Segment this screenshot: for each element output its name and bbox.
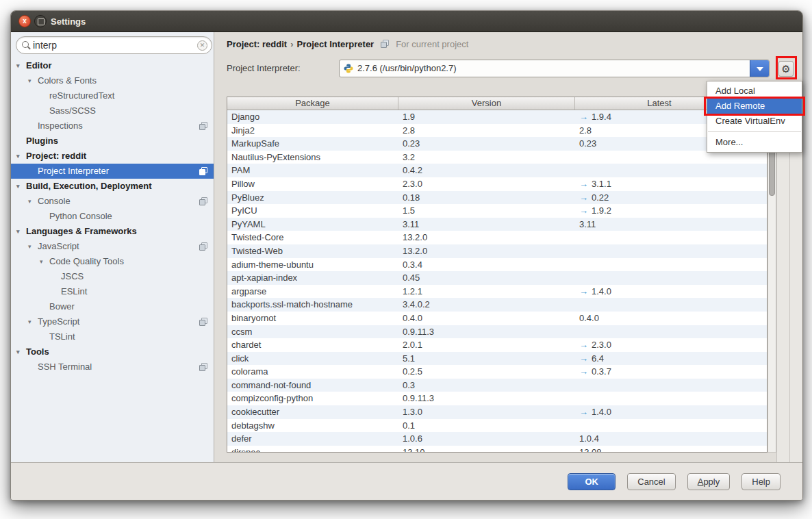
triangle-down-icon[interactable]: ▾ (16, 224, 26, 239)
table-row-twisted-core[interactable]: Twisted-Core13.2.0 (227, 231, 767, 244)
dialog-body: ✕ ▾Editor▾Colors & FontsreStructuredText… (11, 32, 802, 462)
sidebar-item-jscs[interactable]: JSCS (11, 269, 214, 284)
sidebar-item-label: ESLint (61, 284, 87, 299)
table-row-nautilus-pyextensions[interactable]: Nautilus-PyExtensions3.2 (227, 151, 767, 164)
sidebar-item-sass-scss[interactable]: Sass/SCSS (11, 103, 214, 118)
sidebar-item-console[interactable]: ▾Console (11, 194, 214, 209)
upgrade-arrow-icon: → (579, 366, 588, 377)
table-row-command-not-found[interactable]: command-not-found0.3 (227, 379, 767, 392)
table-row-chardet[interactable]: chardet2.0.1→2.3.0 (227, 338, 767, 352)
search-input[interactable] (33, 38, 197, 53)
table-row-pam[interactable]: PAM0.4.2 (227, 164, 767, 177)
table-row-binaryornot[interactable]: binaryornot0.4.00.4.0 (227, 312, 767, 325)
shared-settings-icon (199, 122, 207, 130)
table-row-click[interactable]: click5.1→6.4 (227, 352, 767, 366)
table-row-ccsm[interactable]: ccsm0.9.11.3 (227, 325, 767, 339)
sidebar-item-typescript[interactable]: ▾TypeScript (11, 314, 214, 329)
table-row-pyicu[interactable]: PyICU1.5→1.9.2 (227, 204, 767, 218)
package-cell: chardet (227, 338, 398, 352)
table-row-defer[interactable]: defer1.0.61.0.4 (227, 432, 767, 446)
version-cell: 5.1 (398, 352, 575, 366)
triangle-down-icon[interactable]: ▾ (16, 179, 26, 194)
sidebar-item-editor[interactable]: ▾Editor (11, 58, 214, 73)
package-cell: Pillow (227, 177, 398, 191)
sidebar-item-tslint[interactable]: TSLint (11, 329, 214, 344)
sidebar-item-python-console[interactable]: Python Console (11, 209, 214, 224)
table-row-apt-xapian-index[interactable]: apt-xapian-index0.45 (227, 271, 767, 285)
table-row-compizconfig-python[interactable]: compizconfig-python0.9.11.3 (227, 392, 767, 405)
package-cell: PyBluez (227, 191, 398, 205)
table-row-jinja2[interactable]: Jinja22.82.8 (227, 124, 767, 138)
package-cell: debtagshw (227, 419, 398, 433)
triangle-down-icon[interactable]: ▾ (40, 254, 49, 269)
menu-item-create-virtualenv[interactable]: Create VirtualEnv (707, 114, 802, 129)
extra-cell (744, 379, 767, 392)
apply-button[interactable]: Apply (687, 473, 731, 490)
extra-cell (744, 218, 767, 231)
interpreter-select[interactable]: 2.7.6 (/usr/bin/python2.7) (339, 60, 770, 77)
sidebar-item-restructuredtext[interactable]: reStructuredText (11, 88, 214, 103)
sidebar-item-javascript[interactable]: ▾JavaScript (11, 239, 214, 254)
sidebar-item-label: Sass/SCSS (49, 103, 96, 118)
version-cell: 0.18 (398, 191, 575, 205)
sidebar-item-tools[interactable]: ▾Tools (11, 344, 214, 359)
table-row-django[interactable]: Django1.9→1.9.4 (227, 110, 767, 124)
shared-settings-icon (199, 318, 207, 326)
triangle-down-icon[interactable]: ▾ (28, 314, 38, 329)
column-header-package[interactable]: Package (227, 97, 398, 110)
table-scrollbar[interactable] (767, 110, 776, 453)
triangle-down-icon[interactable]: ▾ (16, 58, 26, 73)
sidebar-item-build-execution-deployment[interactable]: ▾Build, Execution, Deployment (11, 179, 214, 194)
table-row-twisted-web[interactable]: Twisted-Web13.2.0 (227, 244, 767, 258)
triangle-down-icon[interactable]: ▾ (28, 194, 38, 209)
help-button[interactable]: Help (741, 473, 781, 490)
package-cell: Twisted-Web (227, 244, 398, 258)
triangle-down-icon[interactable]: ▾ (28, 73, 38, 88)
sidebar-item-label: SSH Terminal (38, 359, 92, 375)
window-title: Settings (51, 11, 86, 32)
table-row-cookiecutter[interactable]: cookiecutter1.3.0→1.4.0 (227, 405, 767, 419)
sidebar-item-inspections[interactable]: Inspections (11, 118, 214, 134)
table-row-markupsafe[interactable]: MarkupSafe0.230.23 (227, 137, 767, 151)
table-row-adium-theme-ubuntu[interactable]: adium-theme-ubuntu0.3.4 (227, 258, 767, 272)
sidebar-item-project-interpreter[interactable]: Project Interpreter (11, 164, 214, 179)
sidebar-item-colors-fonts[interactable]: ▾Colors & Fonts (11, 73, 214, 88)
close-button[interactable]: x (18, 15, 31, 27)
interpreter-dropdown-button[interactable] (750, 60, 769, 77)
breadcrumb: Project: reddit›Project InterpreterFor c… (227, 39, 468, 49)
sidebar-item-bower[interactable]: Bower (11, 299, 214, 314)
column-header-version[interactable]: Version (398, 97, 575, 110)
ok-button[interactable]: OK (568, 473, 616, 490)
table-row-backports-ssl-match-hostname[interactable]: backports.ssl-match-hostname3.4.0.2 (227, 298, 767, 312)
sidebar-item-languages-frameworks[interactable]: ▾Languages & Frameworks (11, 224, 214, 239)
menu-item-more[interactable]: More... (707, 135, 802, 150)
table-row-pillow[interactable]: Pillow2.3.0→3.1.1 (227, 177, 767, 191)
sidebar-item-plugins[interactable]: Plugins (11, 134, 214, 149)
cancel-button[interactable]: Cancel (627, 473, 675, 490)
clear-search-icon[interactable]: ✕ (197, 40, 207, 51)
sidebar-item-label: JavaScript (38, 239, 79, 254)
table-row-argparse[interactable]: argparse1.2.1→1.4.0 (227, 285, 767, 299)
triangle-down-icon[interactable]: ▾ (16, 344, 26, 359)
sidebar-item-code-quality-tools[interactable]: ▾Code Quality Tools (11, 254, 214, 269)
upgrade-arrow-icon: → (579, 340, 588, 350)
maximize-button[interactable] (34, 15, 47, 27)
menu-item-add-remote[interactable]: Add Remote (707, 99, 802, 114)
sidebar-item-eslint[interactable]: ESLint (11, 284, 214, 299)
triangle-down-icon[interactable]: ▾ (16, 149, 26, 164)
gear-button[interactable]: ⚙ (778, 61, 794, 77)
table-row-colorama[interactable]: colorama0.2.5→0.3.7 (227, 365, 767, 379)
triangle-down-icon[interactable]: ▾ (28, 239, 38, 254)
menu-separator (708, 131, 801, 132)
table-row-debtagshw[interactable]: debtagshw0.1 (227, 419, 767, 433)
table-row-pyyaml[interactable]: PyYAML3.113.11 (227, 218, 767, 231)
table-row-pybluez[interactable]: PyBluez0.18→0.22 (227, 191, 767, 205)
menu-item-add-local[interactable]: Add Local (707, 84, 802, 99)
latest-cell: →0.3.7 (575, 365, 744, 379)
sidebar-item-label: Code Quality Tools (49, 254, 124, 269)
search-box[interactable]: ✕ (16, 36, 212, 54)
table-row-dirspec[interactable]: dirspec13.1013.08 (227, 446, 767, 452)
sidebar-item-project-reddit[interactable]: ▾Project: reddit (11, 149, 214, 164)
package-cell: MarkupSafe (227, 137, 398, 151)
sidebar-item-ssh-terminal[interactable]: SSH Terminal (11, 359, 214, 375)
